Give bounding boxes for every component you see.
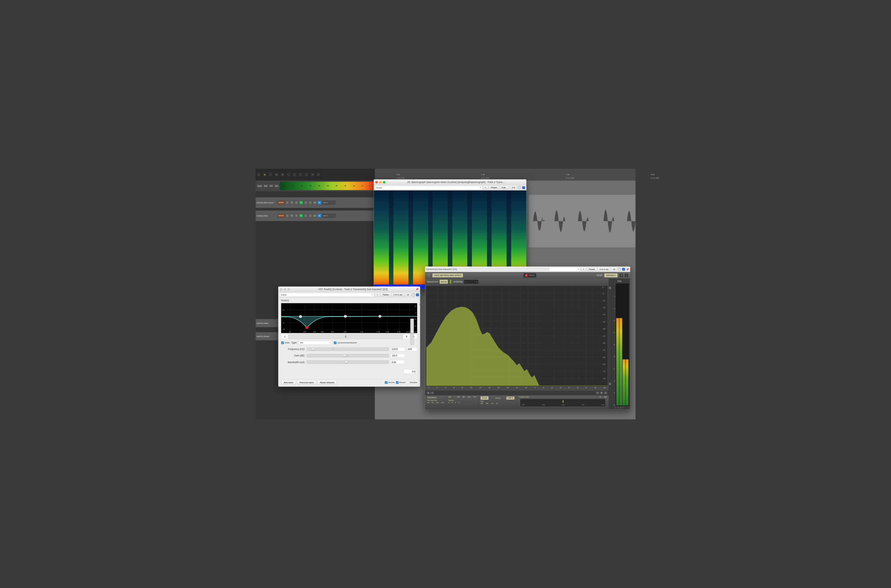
tool-metronome-icon[interactable]: ⏱	[292, 172, 297, 177]
add-band-button[interactable]: Add band	[281, 380, 296, 385]
output-gain-readout[interactable]: 0.0	[404, 369, 417, 374]
pin-icon[interactable]: 📌	[416, 288, 419, 291]
log-scale-checkbox[interactable]: Log-scale automated frequencies	[334, 342, 357, 344]
band-tab-3[interactable]: 3	[403, 334, 410, 339]
phase-button[interactable]: ø	[304, 214, 308, 218]
menu-icon[interactable]: ≡	[625, 274, 628, 277]
trim-button[interactable]: trim	[313, 201, 317, 204]
wet-knob[interactable]	[618, 268, 621, 271]
bypass-checkbox[interactable]: ✓	[622, 268, 625, 270]
trim-button[interactable]: trim	[313, 214, 317, 218]
reaeq-window[interactable]: VST: ReaEQ (Cockos) - Track 2 "DynamicEQ…	[278, 286, 420, 387]
nav-next-button[interactable]: ▷	[596, 392, 600, 394]
question-icon[interactable]: ?	[427, 274, 431, 277]
pin-icon[interactable]: 📌	[626, 268, 629, 270]
frequency-note[interactable]: A#2	[407, 347, 417, 351]
zoom-icon[interactable]	[287, 288, 290, 290]
nav-last-button[interactable]: ▶	[600, 392, 603, 394]
close-icon[interactable]	[375, 181, 378, 183]
tool-ripple-icon[interactable]: ⇄	[280, 172, 285, 177]
bypass-checkbox[interactable]: ✓	[416, 294, 419, 296]
param-button[interactable]: Param	[381, 293, 391, 297]
output-gain-slider[interactable]	[410, 319, 414, 345]
eq-curve-display[interactable]: 1 2 3 4 +6+0-6-12 501001502003005001.0k2…	[281, 303, 417, 333]
show-tabs-checkbox[interactable]: Show tabs	[385, 381, 395, 384]
env-button[interactable]: ∿	[308, 201, 312, 204]
add-preset-button[interactable]: +	[483, 186, 488, 190]
frequency-slider[interactable]	[307, 347, 389, 351]
io-button[interactable]: 2 in 2 out	[392, 293, 404, 297]
mono-button[interactable]: mono	[257, 184, 263, 188]
enabled-checkbox[interactable]: Enabled	[281, 342, 290, 344]
record-arm-button[interactable]: ●	[285, 201, 289, 204]
frequency-value[interactable]: 113.8	[391, 347, 405, 351]
minimize-icon[interactable]	[379, 181, 382, 183]
solo-button[interactable]: S	[294, 214, 298, 218]
route-button[interactable]: ROUTE	[278, 201, 285, 204]
mode-select[interactable]: DEFAULT	[604, 273, 618, 278]
show-grid-checkbox[interactable]: Show grid	[396, 381, 405, 384]
io-button[interactable]: 2 in	[510, 186, 517, 190]
track-name[interactable]: micEQ-Snare	[257, 335, 277, 338]
close-icon[interactable]	[280, 288, 282, 290]
eq-band-node-4[interactable]: 4	[379, 315, 382, 318]
input-select[interactable]: Input 1	[322, 214, 335, 218]
audio-clip[interactable]	[529, 195, 636, 248]
preset-select[interactable]: No preset⇳	[375, 186, 482, 190]
band-tab-1[interactable]: 1	[281, 334, 288, 339]
io-button[interactable]: 4 in 4 out	[598, 267, 610, 272]
fx-button[interactable]: FX	[299, 214, 304, 218]
band-tab-2[interactable]: 2	[288, 334, 403, 339]
mute-button[interactable]: M	[290, 214, 294, 218]
ui-button[interactable]: UI	[405, 293, 410, 297]
input-select[interactable]: Input 1	[322, 201, 335, 204]
wet-knob[interactable]	[412, 293, 415, 297]
tool-note-icon[interactable]: ♪	[286, 172, 291, 177]
gain-value[interactable]: -10.0	[391, 354, 405, 358]
param-button[interactable]: Param	[489, 186, 499, 190]
add-preset-button[interactable]: +	[581, 267, 586, 272]
remove-band-button[interactable]: Remove band	[297, 380, 316, 385]
solo-button[interactable]: S	[294, 201, 298, 204]
type-select[interactable]: Band⇳	[299, 341, 332, 345]
timeline-ruler[interactable]: 5.1.000:08.000 6.1.000:10.000 7.1.000:12…	[375, 169, 636, 181]
eq-band-node-3[interactable]: 3	[344, 315, 347, 318]
hold-button[interactable]: HOLD	[439, 279, 448, 284]
hold-color-swatch[interactable]	[449, 279, 452, 284]
show-phase-checkbox[interactable]: Show phase	[406, 381, 417, 384]
track-name[interactable]: micEQ-Sub-impor	[257, 201, 277, 204]
route-button[interactable]: ROUTE	[278, 214, 285, 218]
tool-snap-icon[interactable]: ⧉	[298, 172, 303, 177]
gear-icon[interactable]: ⚙	[619, 274, 623, 277]
fx-button[interactable]: FX	[299, 201, 304, 204]
window-titlebar[interactable]: VST: ReaEQ (Cockos) - Track 2 "DynamicEQ…	[278, 287, 420, 292]
monitor-button[interactable]: IN	[317, 201, 322, 204]
preset-select[interactable]: ⇳	[549, 267, 580, 272]
nav-first-button[interactable]: ◀	[426, 392, 430, 394]
bypass-checkbox[interactable]: ✓	[522, 186, 525, 189]
ms-button[interactable]: M S	[263, 184, 268, 188]
minimize-icon[interactable]	[284, 288, 286, 290]
hide-meters-button[interactable]: HIDE METERS AND STATS	[432, 273, 463, 278]
zoom-icon[interactable]	[383, 181, 385, 183]
tool-lock-icon[interactable]: 🔒	[263, 172, 267, 177]
tool-misc-1[interactable]: ☠	[304, 172, 309, 177]
wet-knob[interactable]	[518, 186, 521, 189]
span-window[interactable]: DynamicEQ-Sub-imported" [3/3] ⇳ + Param …	[425, 266, 631, 410]
master-fx-button[interactable]: FX	[269, 184, 273, 188]
phase-button[interactable]: ø	[304, 201, 308, 204]
eq-band-node-1[interactable]: 1	[299, 315, 302, 318]
track-row[interactable]: micEQ-Sub-impor ROUTE ● M S FX ø ∿ trim …	[255, 197, 375, 208]
tool-misc-2[interactable]: ✿	[310, 172, 314, 177]
trim-button[interactable]: trim	[274, 184, 279, 188]
bandwidth-slider[interactable]	[307, 361, 389, 364]
underlay-select[interactable]: ---▾	[464, 280, 478, 284]
ui-button[interactable]: UI	[611, 267, 617, 272]
window-titlebar[interactable]: JS: Spectrograph Spectrogram Meter (Cock…	[374, 180, 526, 185]
track-name[interactable]: micEQ-Hats	[257, 322, 277, 324]
tool-envelope-icon[interactable]: ∿	[268, 172, 273, 177]
nav-prev-button[interactable]: ◁	[430, 392, 434, 394]
tool-grid-icon[interactable]: ▦	[274, 172, 279, 177]
add-preset-button[interactable]: +	[375, 293, 380, 297]
monitor-button[interactable]: IN	[317, 214, 322, 218]
